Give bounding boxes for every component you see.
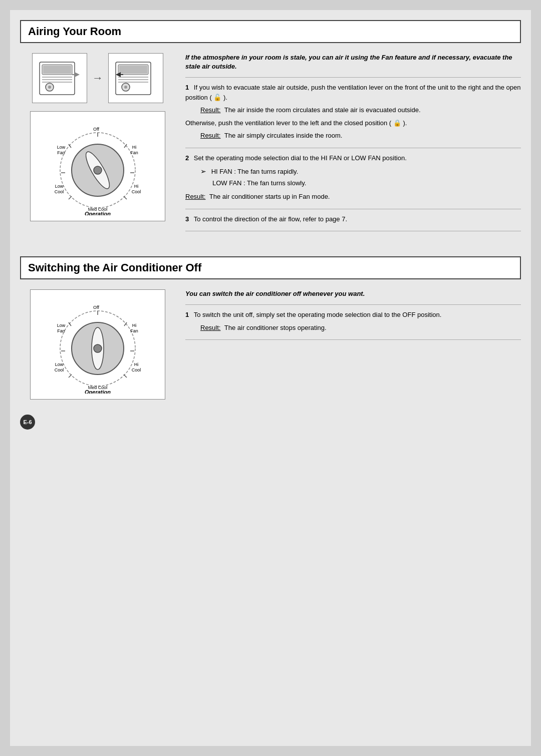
step-2-result: Result: The air conditioner starts up in… — [185, 192, 521, 202]
page-number: E-6 — [20, 415, 35, 430]
svg-line-40 — [69, 374, 72, 377]
dial-label-hi-fan-2: Hi — [132, 323, 137, 328]
divider-4 — [185, 231, 521, 231]
switching-right-panel: You can switch the air conditioner off w… — [180, 284, 531, 405]
svg-line-29 — [69, 196, 72, 199]
airing-section: Airing Your Room — [10, 20, 531, 246]
airing-step-1: 1 If you wish to evacuate stale air outs… — [185, 83, 521, 141]
ac-unit-open-svg — [37, 57, 82, 100]
ac-unit-closed-svg — [113, 57, 158, 100]
divider-5 — [185, 304, 521, 305]
dial-label-hicool-1: Cool — [132, 189, 141, 194]
switching-result-label: Result: — [200, 324, 220, 331]
dial-label-fan-2: Fan — [57, 328, 65, 333]
dial-label-hifan-2: Fan — [130, 328, 138, 333]
airing-header: Airing Your Room — [20, 20, 521, 43]
dial-label-lowcool-1: Cool — [55, 189, 64, 194]
step-1-result2: Result: The air simply circulates inside… — [200, 131, 521, 141]
page-badge: E-6 — [20, 415, 35, 430]
switching-intro: You can switch the air conditioner off w… — [185, 289, 521, 298]
step-1-result: Result: The air inside the room circulat… — [200, 105, 521, 115]
step-2-num: 2 — [185, 154, 189, 162]
result-label-1: Result: — [200, 106, 220, 114]
svg-rect-12 — [119, 66, 147, 74]
dial-svg-1: Off Low Fan Hi Fan Low Cool Hi Cool — [40, 118, 155, 215]
switching-step-1-text: To switch the unit off, simply set the o… — [194, 311, 442, 318]
icon-closed: 🔒 — [393, 119, 401, 127]
airing-content: → — [10, 43, 531, 246]
fan-hi-line: ➢ HI FAN : The fan turns rapidly. — [200, 166, 521, 178]
switching-result-text: The air conditioner stops operating. — [224, 324, 327, 331]
dial-label-hifan-1: Fan — [130, 150, 138, 155]
step-2-text: Set the operating mode selection dial to… — [194, 154, 407, 162]
divider-3 — [185, 209, 521, 209]
dial-label-low-fan-2: Low — [57, 323, 66, 328]
switching-left-panel: Off Low Fan Hi Fan Low Cool Hi Cool Med … — [10, 284, 180, 405]
fan-info: ➢ HI FAN : The fan turns rapidly. LOW FA… — [200, 166, 521, 189]
switching-content: Off Low Fan Hi Fan Low Cool Hi Cool Med … — [10, 279, 531, 410]
step-3-text: To control the direction of the air flow… — [194, 215, 347, 223]
divider-6 — [185, 339, 521, 340]
page: Airing Your Room — [10, 10, 531, 746]
fan-low-text: LOW FAN : The fan turns slowly. — [212, 179, 306, 187]
result-label-2: Result: — [185, 193, 205, 200]
dial-label-fan-1: Fan — [57, 150, 65, 155]
result-text-1b: The air simply circulates inside the roo… — [224, 132, 343, 139]
switching-section: Switching the Air Conditioner Off — [10, 256, 531, 410]
icon-open: 🔓 — [213, 94, 221, 101]
switching-result: Result: The air conditioner stops operat… — [200, 323, 521, 333]
switching-header: Switching the Air Conditioner Off — [20, 256, 521, 279]
result-label-1b: Result: — [200, 132, 220, 139]
fan-hi-text: HI FAN : The fan turns rapidly. — [211, 168, 299, 175]
dial-label-low-cool-2: Low — [55, 362, 64, 367]
dial-label-operation-1: Operation — [85, 211, 111, 215]
divider-1 — [185, 77, 521, 78]
dial-label-off-2: Off — [93, 305, 99, 310]
airing-right-panel: If the atmosphere in your room is stale,… — [180, 48, 531, 241]
ac-units-illustration: → — [32, 53, 163, 103]
arrow-between-units: → — [92, 72, 103, 85]
svg-line-30 — [124, 196, 127, 199]
dial-svg-2: Off Low Fan Hi Fan Low Cool Hi Cool Med … — [40, 296, 155, 394]
svg-marker-8 — [75, 72, 80, 77]
svg-point-17 — [124, 86, 127, 89]
airing-step-3: 3 To control the direction of the air fl… — [185, 214, 521, 224]
airing-step-2: 2 Set the operating mode selection dial … — [185, 153, 521, 202]
dial-label-low-fan-1: Low — [57, 145, 66, 150]
airing-intro: If the atmosphere in your room is stale,… — [185, 53, 521, 71]
dial-label-low-cool-1: Low — [55, 184, 64, 189]
svg-rect-2 — [43, 66, 71, 74]
dial-diagram-1: Off Low Fan Hi Fan Low Cool Hi Cool — [30, 111, 165, 221]
svg-point-34 — [94, 344, 102, 352]
ac-unit-open — [32, 53, 87, 103]
dial-label-lowcool-2: Cool — [55, 367, 64, 372]
dial-label-hi-cool-1: Hi — [134, 184, 139, 189]
switching-step-1-num: 1 — [185, 311, 189, 318]
dial-label-hi-cool-2: Hi — [134, 362, 139, 367]
airing-title: Airing Your Room — [28, 25, 513, 38]
dial-label-off-1: Off — [93, 127, 99, 132]
ac-unit-closed — [108, 53, 163, 103]
switching-step-1: 1 To switch the unit off, simply set the… — [185, 310, 521, 332]
fan-low-line: LOW FAN : The fan turns slowly. — [200, 178, 521, 189]
step-3-num: 3 — [185, 215, 189, 223]
svg-point-23 — [94, 166, 102, 174]
step-1-num: 1 — [185, 84, 189, 91]
dial-label-hi-fan-1: Hi — [132, 145, 137, 150]
dial-label-hicool-2: Cool — [132, 367, 141, 372]
otherwise-line: Otherwise, push the ventilation lever to… — [185, 118, 521, 128]
arrow-bullet-hi: ➢ — [200, 167, 206, 175]
airing-left-panel: → — [10, 48, 180, 241]
result-text-1: The air inside the room circulates and s… — [224, 106, 421, 114]
divider-2 — [185, 148, 521, 148]
dial-diagram-2: Off Low Fan Hi Fan Low Cool Hi Cool Med … — [30, 289, 165, 400]
svg-line-41 — [124, 374, 127, 377]
step-1-text: If you wish to evacuate stale air outsid… — [185, 84, 520, 101]
svg-point-7 — [48, 86, 51, 89]
result-text-2: The air conditioner starts up in Fan mod… — [209, 193, 330, 200]
switching-title: Switching the Air Conditioner Off — [28, 261, 513, 274]
dial-label-operation-2: Operation — [85, 389, 111, 394]
